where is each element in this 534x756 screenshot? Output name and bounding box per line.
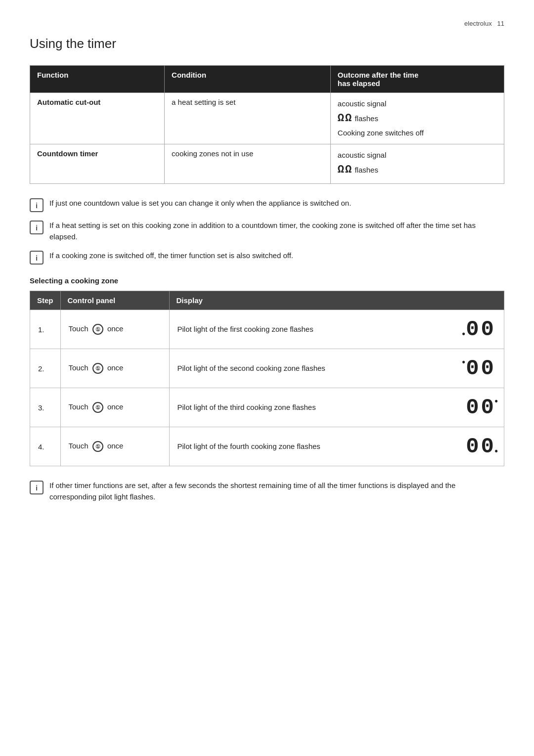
info-text-2: If a heat setting is set on this cooking… (49, 220, 504, 242)
big-digit-display-2: •00 (466, 356, 496, 381)
display-cell-2: Pilot light of the second cooking zone f… (169, 349, 504, 388)
function-cell: Countdown timer (30, 144, 165, 184)
info-text-3: If a cooking zone is switched off, the t… (49, 250, 293, 262)
display-cell-3: Pilot light of the third cooking zone fl… (169, 388, 504, 427)
display-col-header: Display (169, 291, 504, 310)
step-number-3: 3. (30, 388, 61, 427)
footer-info-icon: i (30, 481, 44, 494)
condition-cell: a heat setting is set (165, 93, 331, 144)
touch-icon-1: ① (92, 324, 103, 335)
col-header-outcome: Outcome after the timehas elapsed (330, 66, 504, 93)
outcome-cell: acoustic signal ΩΩ flashes Cooking zone … (330, 93, 504, 144)
footer-info-text: If other timer functions are set, after … (49, 480, 504, 502)
info-icon-1: i (30, 198, 44, 212)
function-cell: Automatic cut-out (30, 93, 165, 144)
info-icon-3: i (30, 251, 44, 265)
big-digit-display-4: 00• (466, 434, 496, 459)
step-row-1: 1. Touch ① once Pilot light of the first… (30, 310, 504, 349)
table-row: Countdown timer cooking zones not in use… (30, 144, 504, 184)
brand-label: electrolux (464, 20, 492, 27)
display-cell-1: Pilot light of the first cooking zone fl… (169, 310, 504, 349)
timer-table: Function Condition Outcome after the tim… (30, 65, 504, 184)
dot-indicator-3: • (493, 397, 501, 407)
control-panel-cell-4: Touch ① once (60, 427, 169, 466)
info-icon-2: i (30, 221, 44, 234)
dot-indicator-2: • (461, 358, 468, 368)
touch-icon-2: ① (92, 363, 103, 374)
page-title: Using the timer (30, 36, 504, 51)
display-text-2: Pilot light of the second cooking zone f… (178, 363, 325, 374)
display-text-3: Pilot light of the third cooking zone fl… (178, 402, 316, 413)
outcome-cell: acoustic signal ΩΩ flashes (330, 144, 504, 184)
steps-table: Step Control panel Display 1. Touch ① on… (30, 291, 504, 466)
condition-cell: cooking zones not in use (165, 144, 331, 184)
big-digit-display-1: •00 (466, 317, 496, 342)
control-panel-cell-1: Touch ① once (60, 310, 169, 349)
info-block-2: i If a heat setting is set on this cooki… (30, 220, 504, 242)
info-block-1: i If just one countdown value is set you… (30, 198, 504, 212)
display-text-4: Pilot light of the fourth cooking zone f… (178, 441, 320, 452)
step-number-4: 4. (30, 427, 61, 466)
step-col-header: Step (30, 291, 61, 310)
step-row-3: 3. Touch ① once Pilot light of the third… (30, 388, 504, 427)
info-text-1: If just one countdown value is set you c… (49, 198, 351, 209)
step-row-2: 2. Touch ① once Pilot light of the secon… (30, 349, 504, 388)
control-col-header: Control panel (60, 291, 169, 310)
touch-icon-4: ① (92, 441, 103, 452)
footer-info-block: i If other timer functions are set, afte… (30, 480, 504, 502)
table-row: Automatic cut-out a heat setting is set … (30, 93, 504, 144)
section-heading: Selecting a cooking zone (30, 276, 504, 285)
info-block-3: i If a cooking zone is switched off, the… (30, 250, 504, 265)
col-header-function: Function (30, 66, 165, 93)
page-header: electrolux 11 (30, 20, 504, 27)
step-row-4: 4. Touch ① once Pilot light of the fourt… (30, 427, 504, 466)
col-header-condition: Condition (165, 66, 331, 93)
digit-display-2: ΩΩ (338, 161, 353, 178)
display-cell-4: Pilot light of the fourth cooking zone f… (169, 427, 504, 466)
dot-indicator-4: • (493, 447, 501, 457)
touch-icon-3: ① (92, 402, 103, 413)
step-number-2: 2. (30, 349, 61, 388)
control-panel-cell-2: Touch ① once (60, 349, 169, 388)
page-number: 11 (497, 20, 504, 27)
step-number-1: 1. (30, 310, 61, 349)
dot-indicator-1: • (461, 330, 468, 340)
control-panel-cell-3: Touch ① once (60, 388, 169, 427)
big-digit-display-3: 00• (466, 395, 496, 420)
digit-display-1: ΩΩ (338, 110, 353, 127)
display-text-1: Pilot light of the first cooking zone fl… (178, 324, 313, 335)
